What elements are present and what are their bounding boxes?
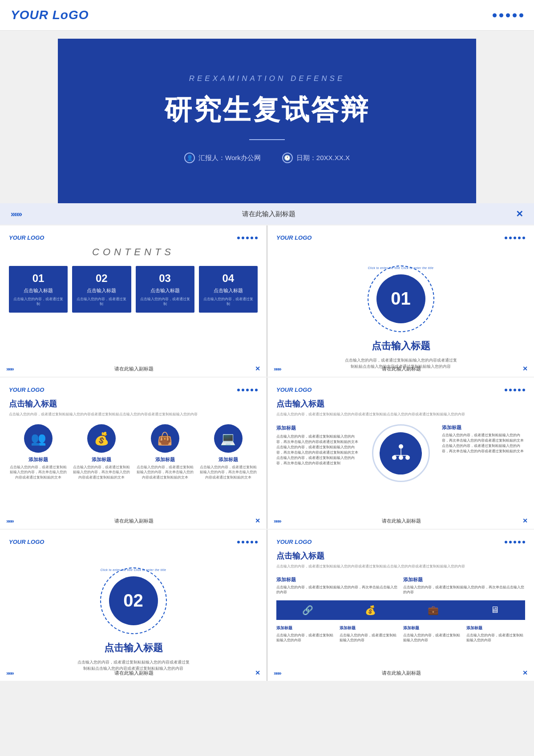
icon-subtitle[interactable]: 请在此输入副标题 bbox=[114, 518, 154, 524]
icon-desc-2: 点击输入您的内容，或者通过复制粘贴输入您的内容，再次单击输入您的内容或者通过复制… bbox=[72, 465, 131, 480]
icon-card-3[interactable]: 👜 添加标题 点击输入您的内容，或者通过复制粘贴输入您的内容，再次单击输入您的内… bbox=[136, 424, 194, 480]
icon-cell-topbar: YOUR LOGO bbox=[9, 386, 258, 393]
section1-subtitle[interactable]: 请在此输入副标题 bbox=[382, 366, 421, 372]
section2-ring-text: Click to enter the title Click to enter … bbox=[100, 568, 167, 571]
section1-inner: 01 Click to enter the title Click to ent… bbox=[276, 246, 525, 377]
twocol-subtitle[interactable]: 请在此输入副标题 bbox=[382, 670, 421, 676]
subtitle-bar-main: »»» 请在此输入副标题 ✕ bbox=[0, 203, 534, 225]
icon-circle-4: 💻 bbox=[214, 424, 243, 453]
section2-num: 02 bbox=[123, 591, 143, 611]
icon-card-1[interactable]: 👥 添加标题 点击输入您的内容，或者通过复制粘贴输入您的内容，再次单击输入您的内… bbox=[9, 424, 68, 480]
icon-card-4[interactable]: 💻 添加标题 点击输入您的内容，或者通过复制粘贴输入您的内容，再次单击输入您的内… bbox=[199, 424, 258, 480]
org-icon bbox=[390, 442, 412, 464]
content-box-1[interactable]: 01 点击输入标题 点击输入您的内容，或者通过复制 bbox=[9, 266, 68, 313]
icon-cards: 👥 添加标题 点击输入您的内容，或者通过复制粘贴输入您的内容，再次单击输入您的内… bbox=[9, 424, 258, 480]
twocol-desc-2: 点击输入您的内容，或者通过复制粘贴输入您的内容，再次单击贴点击输入您的内容 bbox=[403, 585, 526, 595]
slide-title-zh: 研究生复试答辩 bbox=[164, 91, 370, 129]
icon-card-2[interactable]: 💰 添加标题 点击输入您的内容，或者通过复制粘贴输入您的内容，再次单击输入您的内… bbox=[72, 424, 131, 480]
org-slide-title[interactable]: 点击输入标题 bbox=[276, 398, 525, 409]
contents-subtitle[interactable]: 请在此输入副标题 bbox=[114, 366, 154, 372]
bar-icon-3: 💼 bbox=[428, 605, 439, 615]
org-circle-inner bbox=[380, 432, 422, 475]
section2-circle-inner: 02 bbox=[109, 576, 158, 625]
section1-num: 01 bbox=[391, 289, 411, 309]
twocol-title-2: 添加标题 bbox=[403, 576, 526, 583]
twocol-slide-desc: 点击输入您的内容，或者通过复制粘贴输入您的内容或者通过复制粘贴点击输入您的内容或… bbox=[276, 564, 525, 569]
contents-close[interactable]: ✕ bbox=[255, 365, 260, 372]
date-item: 🕐 日期：20XX.XX.X bbox=[282, 153, 350, 163]
reporter-label: 汇报人：Work办公网 bbox=[198, 154, 261, 162]
content-label-2: 点击输入标题 bbox=[76, 287, 127, 294]
org-close[interactable]: ✕ bbox=[522, 517, 528, 524]
dot-4 bbox=[513, 13, 517, 17]
close-main[interactable]: ✕ bbox=[516, 209, 523, 219]
icon-circle-2: 💰 bbox=[87, 424, 116, 453]
section1-cell-bottombar: »»» 请在此输入副标题 ✕ bbox=[274, 365, 528, 372]
contents-slide: YOUR LOGO CONTENTS 01 点击输入标题 点击输入您的内容，或者… bbox=[0, 225, 267, 377]
section2-close[interactable]: ✕ bbox=[255, 669, 260, 676]
slides-grid-row3: YOUR LOGO 02 Click to enter the title Cl… bbox=[0, 530, 534, 681]
icon-label-1: 添加标题 bbox=[28, 456, 48, 463]
icon-cell-bottombar: »»» 请在此输入副标题 ✕ bbox=[6, 517, 260, 524]
content-desc-2: 点击输入您的内容，或者通过复制 bbox=[76, 297, 127, 306]
section2-chevrons: »»» bbox=[6, 670, 13, 676]
section1-close[interactable]: ✕ bbox=[522, 365, 528, 372]
icon-desc-1: 点击输入您的内容，或者通过复制粘贴输入您的内容，再次单击输入您的内容或者通过复制… bbox=[9, 465, 68, 480]
icon-close[interactable]: ✕ bbox=[255, 517, 260, 524]
svg-point-2 bbox=[399, 455, 403, 460]
icon-slide: YOUR LOGO 点击输入标题 点击输入您的内容，或者通过复制粘贴输入您的内容… bbox=[0, 378, 267, 529]
org-subtitle[interactable]: 请在此输入副标题 bbox=[382, 518, 421, 524]
bar-item-2: 💰 bbox=[365, 605, 376, 615]
twocol-slide-title[interactable]: 点击输入标题 bbox=[276, 551, 525, 561]
org-content: 添加标题 点击输入您的内容，或者通过复制粘贴输入您的内容，再次单击输入您的内容或… bbox=[276, 424, 525, 482]
date-icon: 🕐 bbox=[282, 153, 293, 163]
content-label-1: 点击输入标题 bbox=[12, 287, 64, 294]
org-right: 添加标题 点击输入您的内容，或者通过复制粘贴输入您的内容，再次单击输入您的内容或… bbox=[442, 424, 526, 454]
section1-ring-text: Click to enter the title Click to enter … bbox=[368, 266, 434, 269]
section1-circle: 01 Click to enter the title Click to ent… bbox=[368, 265, 434, 332]
section1-circle-outer: 01 bbox=[368, 265, 434, 332]
section2-cell-logo: YOUR LOGO bbox=[9, 539, 44, 545]
twocol-desc-1: 点击输入您的内容，或者通过复制粘贴输入您的内容，再次单击贴点击输入您的内容 bbox=[276, 585, 399, 595]
section2-subtitle[interactable]: 请在此输入副标题 bbox=[114, 670, 154, 676]
bar-desc-1: 添加标题 点击输入您的内容，或者通过复制粘贴输入您的内容 bbox=[276, 625, 335, 643]
section1-chevrons: »»» bbox=[274, 366, 281, 372]
twocol-slide: YOUR LOGO 点击输入标题 点击输入您的内容，或者通过复制粘贴输入您的内容… bbox=[267, 530, 534, 681]
org-right-title: 添加标题 bbox=[442, 424, 526, 431]
org-circle-outer bbox=[372, 424, 430, 482]
section1-slide: YOUR LOGO 01 Click to enter the title Cl… bbox=[267, 225, 534, 377]
content-box-2[interactable]: 02 点击输入标题 点击输入您的内容，或者通过复制 bbox=[72, 266, 131, 313]
section2-circle: 02 Click to enter the title Click to ent… bbox=[100, 567, 167, 634]
bar-desc-3: 添加标题 点击输入您的内容，或者通过复制粘贴输入您的内容 bbox=[403, 625, 462, 643]
section2-cell-topbar: YOUR LOGO bbox=[9, 539, 258, 545]
icon-slide-title[interactable]: 点击输入标题 bbox=[9, 398, 258, 409]
content-box-3[interactable]: 03 点击输入标题 点击输入您的内容，或者通过复制 bbox=[136, 266, 194, 313]
content-desc-1: 点击输入您的内容，或者通过复制 bbox=[12, 297, 64, 306]
section1-title[interactable]: 点击输入标题 bbox=[372, 339, 430, 353]
bar-icon-2: 💰 bbox=[365, 605, 376, 615]
top-bar: YOUR LoGO bbox=[0, 0, 534, 31]
contents-cell-bottombar: »»» 请在此输入副标题 ✕ bbox=[6, 365, 260, 372]
contents-grid: 01 点击输入标题 点击输入您的内容，或者通过复制 02 点击输入标题 点击输入… bbox=[9, 266, 258, 313]
top-dots bbox=[493, 13, 523, 17]
twocol-close[interactable]: ✕ bbox=[522, 669, 528, 676]
content-box-4[interactable]: 04 点击输入标题 点击输入您的内容，或者通过复制 bbox=[199, 266, 258, 313]
icon-label-2: 添加标题 bbox=[92, 456, 111, 463]
subtitle-text-main[interactable]: 请在此输入副标题 bbox=[21, 210, 516, 218]
date-label: 日期：20XX.XX.X bbox=[296, 154, 350, 162]
contents-cell-dots bbox=[237, 237, 258, 239]
dot-2 bbox=[499, 13, 503, 17]
icon-label-3: 添加标题 bbox=[155, 456, 175, 463]
section2-cell-dots bbox=[237, 541, 258, 543]
org-slide: YOUR LOGO 点击输入标题 点击输入您的内容，或者通过复制粘贴输入您的内容… bbox=[267, 378, 534, 529]
main-slide: REEXAMINATION DEFENSE 研究生复试答辩 👤 汇报人：Work… bbox=[58, 39, 476, 203]
bar-item-1: 🔗 bbox=[302, 605, 313, 615]
icon-desc-4: 点击输入您的内容，或者通过复制粘贴输入您的内容，再次单击输入您的内容或者通过复制… bbox=[199, 465, 258, 480]
slides-grid-row1: YOUR LOGO CONTENTS 01 点击输入标题 点击输入您的内容，或者… bbox=[0, 225, 534, 377]
content-desc-3: 点击输入您的内容，或者通过复制 bbox=[139, 297, 191, 306]
twocol-cell-dots bbox=[505, 541, 525, 543]
org-chevrons: »»» bbox=[274, 518, 281, 524]
icon-circle-1: 👥 bbox=[24, 424, 53, 453]
section2-title[interactable]: 点击输入标题 bbox=[104, 641, 163, 655]
svg-point-0 bbox=[399, 444, 403, 449]
